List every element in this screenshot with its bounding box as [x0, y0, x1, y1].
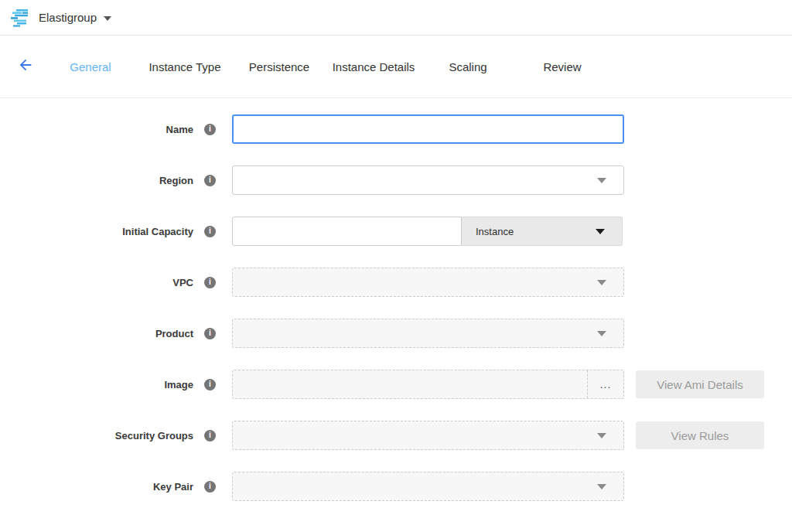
image-browse-button[interactable]: ... — [587, 370, 623, 398]
key-pair-row: Key Pair i — [0, 472, 792, 501]
region-row: Region i — [0, 165, 792, 195]
capacity-unit-select[interactable]: Instance — [462, 217, 623, 246]
name-info-icon[interactable]: i — [204, 124, 216, 135]
vpc-select — [232, 268, 624, 297]
security-groups-chevron-down-icon — [597, 433, 606, 438]
key-pair-info-icon[interactable]: i — [204, 481, 216, 493]
vpc-info-icon[interactable]: i — [204, 277, 216, 288]
top-bar: Elastigroup — [0, 0, 792, 36]
region-select[interactable] — [232, 165, 624, 195]
wizard-tab-bar: General Instance Type Persistence Instan… — [0, 36, 792, 98]
name-label: Name — [0, 124, 193, 135]
product-switcher-title[interactable]: Elastigroup — [39, 11, 97, 24]
region-label: Region — [0, 175, 193, 186]
security-groups-label: Security Groups — [0, 430, 193, 442]
initial-capacity-input[interactable] — [232, 217, 462, 246]
capacity-unit-chevron-down-icon — [596, 229, 605, 234]
tab-instance-details[interactable]: Instance Details — [326, 60, 421, 73]
product-chevron-down-icon — [597, 331, 606, 336]
image-label: Image — [0, 379, 193, 390]
general-settings-form: Name i Region i Initial Capacity i Insta… — [0, 98, 792, 501]
arrow-back-icon — [17, 56, 34, 77]
security-groups-row: Security Groups i View Rules — [0, 421, 792, 450]
view-rules-button[interactable]: View Rules — [636, 421, 764, 449]
initial-capacity-info-icon[interactable]: i — [204, 226, 216, 237]
region-chevron-down-icon — [597, 178, 606, 183]
image-row: Image i ... View Ami Details — [0, 370, 792, 399]
tab-scaling[interactable]: Scaling — [421, 60, 515, 73]
tab-review[interactable]: Review — [515, 60, 609, 73]
tab-general[interactable]: General — [43, 60, 138, 73]
image-input: ... — [232, 370, 624, 399]
product-select — [232, 319, 624, 348]
tab-instance-type[interactable]: Instance Type — [138, 60, 232, 73]
view-ami-details-button[interactable]: View Ami Details — [636, 370, 764, 398]
vpc-label: VPC — [0, 277, 193, 288]
product-row: Product i — [0, 319, 792, 348]
name-row: Name i — [0, 114, 792, 144]
product-info-icon[interactable]: i — [204, 328, 216, 339]
tab-persistence[interactable]: Persistence — [232, 60, 326, 73]
key-pair-chevron-down-icon — [597, 484, 606, 489]
name-input[interactable] — [232, 114, 624, 144]
region-info-icon[interactable]: i — [204, 175, 216, 186]
vpc-chevron-down-icon — [597, 280, 606, 285]
initial-capacity-row: Initial Capacity i Instance — [0, 217, 792, 246]
wizard-tabs: General Instance Type Persistence Instan… — [43, 60, 609, 73]
capacity-unit-value: Instance — [476, 226, 514, 237]
key-pair-select — [232, 472, 624, 501]
product-label: Product — [0, 328, 193, 339]
initial-capacity-label: Initial Capacity — [0, 226, 193, 237]
vpc-row: VPC i — [0, 268, 792, 297]
image-value — [233, 370, 587, 398]
elastigroup-logo-icon — [11, 9, 31, 27]
product-switcher-chevron-down-icon[interactable] — [104, 16, 111, 21]
image-info-icon[interactable]: i — [204, 379, 216, 390]
key-pair-label: Key Pair — [0, 481, 193, 493]
back-button[interactable] — [17, 58, 34, 75]
security-groups-info-icon[interactable]: i — [204, 430, 216, 442]
security-groups-select — [232, 421, 624, 450]
